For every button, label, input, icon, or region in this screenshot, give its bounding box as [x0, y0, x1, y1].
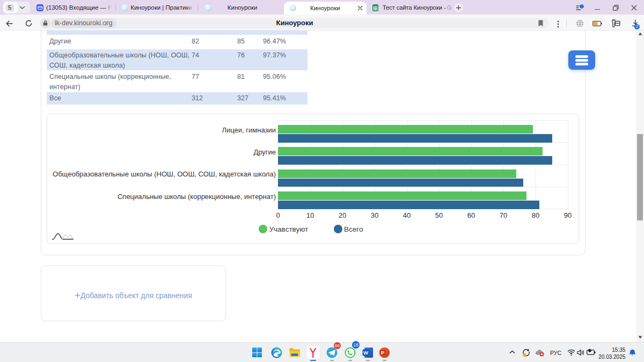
svg-text:P: P — [381, 350, 385, 356]
svg-text:W: W — [363, 350, 368, 356]
